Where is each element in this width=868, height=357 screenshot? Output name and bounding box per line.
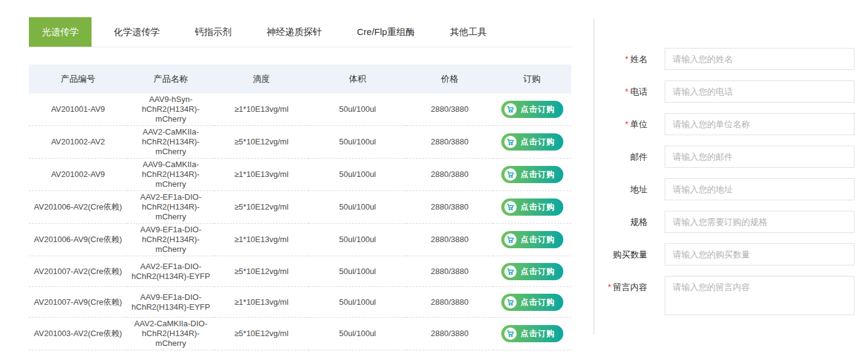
product-code: AV201007-AV9(Cre依赖)	[29, 287, 127, 318]
order-button[interactable]: 点击订购	[501, 101, 563, 118]
col-header-order: 订购	[493, 65, 571, 93]
product-code: AV201007-AV2(Cre依赖)	[29, 256, 127, 287]
tab-chemogenetics[interactable]: 化学遗传学	[101, 17, 173, 47]
address-input[interactable]	[665, 178, 854, 200]
product-name: AAV9-CaMKIIa-hChR2(H134R)-mCherry	[127, 159, 214, 191]
product-price: 2880/3880	[407, 224, 493, 256]
product-code: AV201003-AV2(Cre依赖)	[29, 318, 127, 350]
order-button-label: 点击订购	[521, 104, 555, 115]
product-volume: 50ul/100ul	[308, 159, 407, 191]
product-volume: 50ul/100ul	[308, 191, 407, 224]
product-code: AV201001-AV9	[29, 93, 127, 126]
shopping-cart-icon	[504, 296, 517, 308]
order-cell: 点击订购	[493, 191, 571, 224]
message-textarea[interactable]	[665, 276, 854, 315]
tab-other-tools[interactable]: 其他工具	[437, 17, 499, 47]
order-button[interactable]: 点击订购	[501, 294, 563, 311]
quantity-field-row: 购买数量	[607, 243, 856, 265]
order-cell: 点击订购	[493, 287, 571, 318]
table-row: AV201006-AV2(Cre依赖) AAV2-EF1a-DIO-hChR2(…	[29, 191, 571, 224]
order-button[interactable]: 点击订购	[501, 166, 563, 183]
address-field-label: 地址	[607, 178, 647, 195]
required-asterisk: *	[625, 87, 628, 96]
phone-field-row: *电话	[607, 80, 856, 103]
product-code: AV201002-AV9	[29, 159, 127, 191]
table-row: AV201001-AV9 AAV9-hSyn-hChR2(H134R)-mChe…	[29, 93, 571, 126]
table-row: AV201006-AV9(Cre依赖) AAV9-EF1a-DIO-hChR2(…	[29, 224, 571, 256]
phone-input[interactable]	[665, 80, 854, 103]
shopping-cart-icon	[504, 201, 517, 213]
organization-input[interactable]	[665, 113, 854, 135]
specification-field-row: 规格	[607, 211, 856, 233]
tab-optogenetics[interactable]: 光遗传学	[29, 17, 92, 47]
product-code: AV201006-AV2(Cre依赖)	[29, 191, 127, 224]
col-header-product-code: 产品编号	[29, 65, 127, 93]
tab-cre-flp-recombinase[interactable]: Cre/Flp重组酶	[344, 17, 428, 47]
table-row: AV201002-AV9 AAV9-CaMKIIa-hChR2(H134R)-m…	[29, 159, 571, 191]
product-name: AAV2-CaMKIIa-hChR2(H134R)-mCherry	[127, 126, 214, 159]
address-field-row: 地址	[607, 178, 856, 200]
product-price: 2880/3880	[407, 287, 493, 318]
product-titer: ≥5*10E12vg/ml	[214, 126, 308, 159]
order-button[interactable]: 点击订购	[501, 325, 563, 342]
tab-calcium-indicator[interactable]: 钙指示剂	[182, 17, 244, 47]
email-input[interactable]	[665, 146, 854, 168]
shopping-cart-icon	[504, 328, 517, 340]
order-button-label: 点击订购	[521, 136, 555, 147]
table-row: AV201007-AV9(Cre依赖) AAV9-EF1a-DIO-hChR2(…	[29, 287, 571, 318]
quantity-input[interactable]	[665, 243, 854, 265]
order-button-label: 点击订购	[521, 169, 555, 180]
product-titer: ≥5*10E12vg/ml	[214, 256, 308, 287]
message-field-label: *留言内容	[607, 276, 647, 293]
product-titer: ≥5*10E12vg/ml	[214, 191, 308, 224]
order-button[interactable]: 点击订购	[501, 198, 563, 216]
product-volume: 50ul/100ul	[308, 256, 407, 287]
col-header-titer: 滴度	[214, 65, 308, 93]
email-field-row: 邮件	[607, 146, 856, 168]
shopping-cart-icon	[504, 136, 517, 148]
quantity-field-label: 购买数量	[607, 243, 647, 261]
phone-field-label: *电话	[607, 80, 647, 98]
order-button-label: 点击订购	[521, 297, 555, 308]
product-price: 2880/3880	[407, 256, 493, 287]
col-header-price: 价格	[407, 65, 493, 93]
order-button[interactable]: 点击订购	[501, 231, 563, 248]
tab-neurotransmitter-probe[interactable]: 神经递质探针	[254, 17, 335, 47]
order-cell: 点击订购	[493, 93, 571, 126]
product-titer: ≥1*10E13vg/ml	[214, 93, 308, 126]
product-name: AAV9-EF1a-DIO-hChR2(H134R)-mCherry	[127, 224, 214, 256]
order-button-label: 点击订购	[521, 202, 555, 213]
product-volume: 50ul/100ul	[308, 287, 407, 318]
order-cell: 点击订购	[493, 159, 571, 191]
order-button[interactable]: 点击订购	[501, 263, 563, 280]
product-price: 2880/3880	[407, 191, 493, 224]
name-field-row: *姓名	[607, 48, 856, 70]
category-tabs: 光遗传学 化学遗传学 钙指示剂 神经递质探针 Cre/Flp重组酶 其他工具	[29, 17, 571, 47]
shopping-cart-icon	[504, 103, 517, 116]
order-cell: 点击订购	[493, 224, 571, 256]
product-name: AAV9-hSyn-hChR2(H134R)-mCherry	[127, 93, 214, 126]
order-button-label: 点击订购	[521, 234, 555, 245]
order-button[interactable]: 点击订购	[501, 133, 563, 151]
product-price: 2880/3880	[407, 93, 493, 126]
product-volume: 50ul/100ul	[308, 126, 407, 159]
product-titer: ≥5*10E12vg/ml	[214, 318, 308, 350]
order-button-label: 点击订购	[521, 266, 555, 277]
required-asterisk: *	[625, 119, 628, 129]
product-volume: 50ul/100ul	[308, 224, 407, 256]
name-input[interactable]	[665, 48, 854, 70]
shopping-cart-icon	[504, 168, 517, 181]
product-titer: ≥1*10E13vg/ml	[214, 287, 308, 318]
table-row: AV201007-AV2(Cre依赖) AAV2-EF1a-DIO-hChR2(…	[29, 256, 571, 287]
col-header-volume: 体积	[308, 65, 407, 93]
order-cell: 点击订购	[493, 318, 571, 350]
col-header-product-name: 产品名称	[127, 65, 214, 93]
product-volume: 50ul/100ul	[308, 318, 407, 350]
product-code: AV201006-AV9(Cre依赖)	[29, 224, 127, 256]
table-row: AV201002-AV2 AAV2-CaMKIIa-hChR2(H134R)-m…	[29, 126, 571, 159]
product-table: 产品编号 产品名称 滴度 体积 价格 订购 AV201001-AV9 AAV9-…	[29, 65, 571, 350]
product-code: AV201002-AV2	[29, 126, 127, 159]
specification-input[interactable]	[665, 211, 854, 233]
product-titer: ≥1*10E13vg/ml	[214, 159, 308, 191]
product-price: 2880/3880	[407, 126, 493, 159]
